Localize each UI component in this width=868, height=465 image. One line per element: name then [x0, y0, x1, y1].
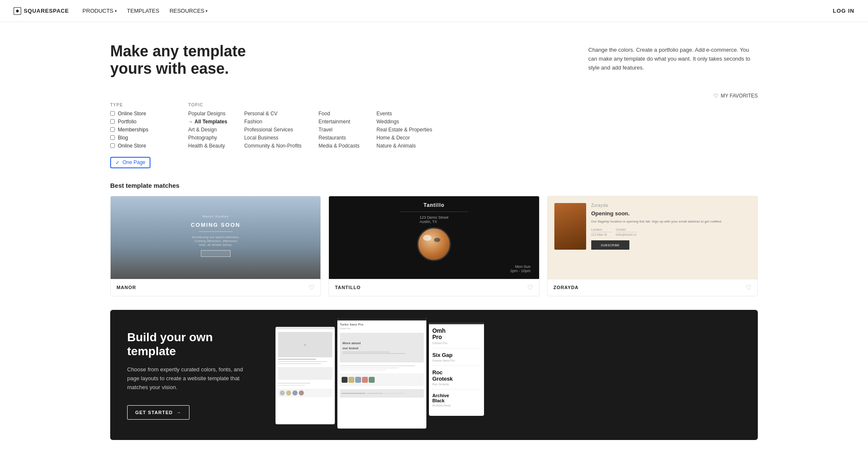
favorite-button-manor[interactable]: ♡	[309, 284, 314, 292]
zorayda-site-name: Zorayda	[591, 203, 751, 208]
template-preview-tantillo: Tantillo 123 Demo StreetAustin, TX Mon-S…	[329, 196, 539, 279]
topic-entertainment[interactable]: Entertainment	[319, 119, 360, 125]
template-card-zorayda[interactable]: Zorayda Opening soon. Our flagship locat…	[547, 196, 758, 296]
arrow-icon: →	[188, 119, 193, 124]
topic-real-estate[interactable]: Real Estate & Properties	[376, 127, 432, 133]
build-right: e	[271, 310, 758, 440]
filter-type-blog[interactable]: Blog	[110, 135, 161, 141]
section-title: Best template matches	[110, 182, 758, 189]
font-name-1: OmhPro	[432, 328, 481, 341]
nav-resources[interactable]: RESOURCES ▾	[170, 8, 208, 14]
topic-fashion[interactable]: Fashion	[244, 119, 301, 125]
template-grid: Manor Studios COMING SOON Introducing ou…	[110, 196, 758, 296]
arrow-right-icon: →	[176, 410, 181, 415]
tantillo-bowl	[417, 227, 451, 261]
filter-type-column: TYPE Online Store Portfolio Memberships …	[110, 103, 161, 151]
build-left: Build your own template Choose from expe…	[110, 310, 271, 440]
topic-local-business[interactable]: Local Business	[244, 135, 301, 141]
filter-topic-col-1: Popular Designs → All Templates Art & De…	[188, 111, 227, 149]
hero-heading: Make any template yours with ease.	[110, 42, 246, 78]
active-tags-row: ✓ One Page	[110, 157, 758, 168]
nav-left: SQUARESPACE PRODUCTS ▾ TEMPLATES RESOURC…	[14, 7, 208, 15]
portfolio-checkbox[interactable]	[110, 119, 115, 124]
favorite-button-zorayda[interactable]: ♡	[746, 284, 751, 292]
template-card-tantillo[interactable]: Tantillo 123 Demo StreetAustin, TX Mon-S…	[328, 196, 539, 296]
topic-popular-designs[interactable]: Popular Designs	[188, 111, 227, 117]
logo-text: SQUARESPACE	[24, 8, 69, 14]
hero-description: Change the colors. Create a portfolio pa…	[588, 46, 758, 72]
mockup-screen-2: Turbo Sans Pro Omni Pro More about our b…	[337, 318, 426, 429]
tantillo-hours: Mon-Sun2pm - 10pm	[329, 265, 539, 273]
font-name-3: RocGrotesk	[432, 369, 481, 382]
tantillo-title: Tantillo	[423, 202, 444, 208]
topic-personal-cv[interactable]: Personal & CV	[244, 111, 301, 117]
topic-media-podcasts[interactable]: Media & Podcasts	[319, 143, 360, 149]
hero-section: Make any template yours with ease. Chang…	[0, 22, 868, 93]
one-page-tag[interactable]: ✓ One Page	[110, 157, 150, 168]
logo-icon	[14, 7, 21, 15]
filter-topic-col-2: Personal & CV Fashion Professional Servi…	[244, 111, 301, 149]
filter-type-memberships[interactable]: Memberships	[110, 127, 161, 133]
filter-type-other[interactable]: Online Store	[110, 143, 161, 149]
template-preview-manor: Manor Studios COMING SOON Introducing ou…	[111, 196, 320, 279]
heart-icon: ♡	[713, 93, 718, 99]
tantillo-address: 123 Demo StreetAustin, TX	[420, 215, 448, 224]
template-card-manor[interactable]: Manor Studios COMING SOON Introducing ou…	[110, 196, 321, 296]
manor-input	[201, 250, 231, 257]
mockup-screen-1: e	[275, 327, 335, 424]
topic-events[interactable]: Events	[376, 111, 432, 117]
template-footer-tantillo: TANTILLO ♡	[329, 279, 539, 296]
nav-right: LOG IN	[833, 8, 854, 14]
topic-home-decor[interactable]: Home & Decor	[376, 135, 432, 141]
zorayda-subscribe-btn: SUBSCRIBE	[591, 240, 629, 250]
mockup-screen-3: OmhPro Omnim Pro Six Gap Source Sans Pro…	[429, 323, 484, 416]
online-store-checkbox[interactable]	[110, 111, 115, 116]
topic-photography[interactable]: Photography	[188, 135, 227, 141]
topic-health-beauty[interactable]: Health & Beauty	[188, 143, 227, 149]
memberships-checkbox[interactable]	[110, 127, 115, 132]
topic-all-templates[interactable]: → All Templates	[188, 119, 227, 125]
topic-nature-animals[interactable]: Nature & Animals	[376, 143, 432, 149]
build-own-section: Build your own template Choose from expe…	[110, 310, 758, 440]
nav-products[interactable]: PRODUCTS ▾	[83, 8, 117, 14]
filter-row: TYPE Online Store Portfolio Memberships …	[110, 103, 758, 151]
blog-checkbox[interactable]	[110, 135, 115, 140]
topic-weddings[interactable]: Weddings	[376, 119, 432, 125]
other-checkbox[interactable]	[110, 143, 115, 148]
chevron-down-icon: ▾	[115, 9, 117, 13]
font-name-2: Six Gap	[432, 352, 481, 358]
filter-type-portfolio[interactable]: Portfolio	[110, 119, 161, 125]
filter-type-online-store[interactable]: Online Store	[110, 111, 161, 117]
filter-topic-col-4: Events Weddings Real Estate & Properties…	[376, 111, 432, 149]
topic-restaurants[interactable]: Restaurants	[319, 135, 360, 141]
manor-coming-soon: COMING SOON	[190, 222, 241, 228]
manor-site-name: Manor Studios	[190, 214, 241, 218]
filter-section: ♡ MY FAVORITES TYPE Online Store Portfol…	[0, 93, 868, 175]
favorite-button-tantillo[interactable]: ♡	[527, 284, 533, 292]
my-favorites-link[interactable]: ♡ MY FAVORITES	[713, 93, 758, 99]
filter-topics: Popular Designs → All Templates Art & De…	[188, 111, 758, 149]
login-button[interactable]: LOG IN	[833, 8, 854, 14]
best-matches-section: Best template matches Manor Studios COMI…	[0, 175, 868, 310]
topic-art-design[interactable]: Art & Design	[188, 127, 227, 133]
zorayda-description: Our flagship location is opening this fa…	[591, 219, 751, 224]
nav-links: PRODUCTS ▾ TEMPLATES RESOURCES ▾	[83, 8, 208, 14]
logo[interactable]: SQUARESPACE	[14, 7, 69, 15]
build-description: Choose from expertly curated colors, fon…	[127, 365, 254, 392]
get-started-button[interactable]: GET STARTED →	[127, 405, 189, 420]
filter-topic-section: TOPIC Popular Designs → All Templates Ar…	[188, 103, 758, 151]
zorayda-opening-soon: Opening soon.	[591, 210, 751, 217]
template-footer-zorayda: ZORAYDA ♡	[548, 279, 757, 296]
page-title: Make any template yours with ease.	[110, 42, 246, 78]
template-footer-manor: MANOR ♡	[111, 279, 320, 296]
topic-community[interactable]: Community & Non-Profits	[244, 143, 301, 149]
chevron-down-icon: ▾	[206, 9, 208, 13]
topic-professional-services[interactable]: Professional Services	[244, 127, 301, 133]
nav-templates[interactable]: TEMPLATES	[127, 8, 159, 14]
check-icon: ✓	[115, 159, 120, 166]
topic-travel[interactable]: Travel	[319, 127, 360, 133]
template-preview-zorayda: Zorayda Opening soon. Our flagship locat…	[548, 196, 757, 279]
topic-food[interactable]: Food	[319, 111, 360, 117]
build-mockups: e	[271, 310, 488, 440]
font-name-4: ArchiveBlack	[432, 393, 481, 403]
